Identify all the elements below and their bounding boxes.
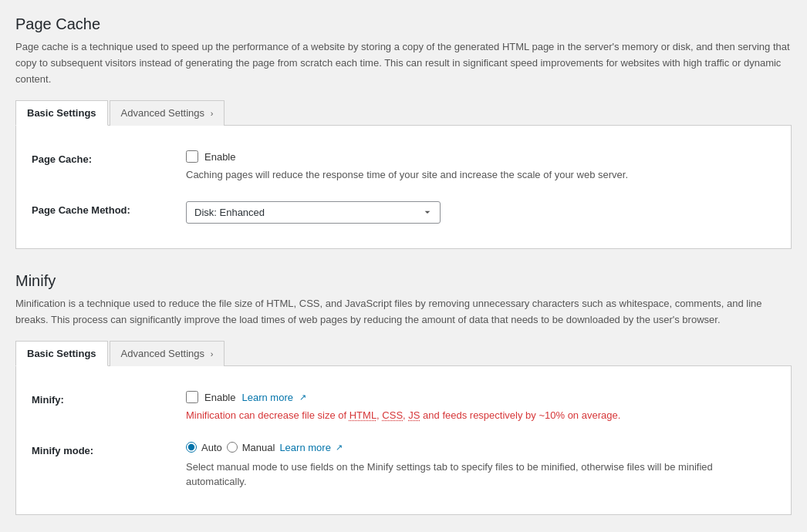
- tab-page-cache-advanced[interactable]: Advanced Settings ›: [110, 100, 225, 126]
- minify-mode-radio-row: Auto Manual Learn more ↗: [186, 442, 775, 453]
- minify-tabs: Basic Settings Advanced Settings ›: [15, 340, 792, 366]
- page-cache-enable-label[interactable]: Enable: [204, 151, 235, 163]
- page-cache-help-text: Caching pages will reduce the response t…: [186, 167, 775, 183]
- page-cache-panel: Page Cache: Enable Caching pages will re…: [15, 126, 792, 249]
- js-link[interactable]: JS: [408, 409, 420, 421]
- minify-description: Minification is a technique used to redu…: [15, 296, 792, 328]
- minify-mode-row: Minify mode: Auto Manual Learn more ↗ Se…: [32, 433, 775, 499]
- minify-help-text: Minification can decrease file size of H…: [186, 408, 775, 423]
- page-cache-title: Page Cache: [15, 15, 792, 33]
- minify-enable-label[interactable]: Enable: [204, 392, 235, 403]
- page-cache-field-content: Enable Caching pages will reduce the res…: [186, 150, 775, 183]
- css-link[interactable]: CSS: [382, 409, 403, 421]
- minify-external-link-icon: ↗: [299, 392, 306, 402]
- minify-enable-checkbox[interactable]: [186, 391, 198, 403]
- page-cache-method-select[interactable]: Disk: Enhanced Disk: Basic APC eAccelera…: [186, 201, 441, 224]
- page-cache-label: Page Cache:: [32, 150, 186, 165]
- page-cache-enable-checkbox[interactable]: [186, 150, 198, 163]
- minify-enable-row: Minify: Enable Learn more ↗ Minification…: [32, 382, 775, 433]
- minify-mode-help-text: Select manual mode to use fields on the …: [186, 460, 775, 490]
- page-cache-method-field-content: Disk: Enhanced Disk: Basic APC eAccelera…: [186, 201, 775, 224]
- page-cache-description: Page cache is a technique used to speed …: [15, 39, 792, 87]
- tab-minify-basic[interactable]: Basic Settings: [15, 341, 108, 366]
- minify-checkbox-row: Enable Learn more ↗: [186, 391, 775, 403]
- page-cache-tabs: Basic Settings Advanced Settings ›: [15, 99, 792, 126]
- minify-section: Minify Minification is a technique used …: [15, 272, 792, 515]
- minify-mode-manual-radio[interactable]: [227, 442, 238, 453]
- minify-mode-learn-more-link[interactable]: Learn more: [279, 442, 330, 453]
- minify-mode-auto-label[interactable]: Auto: [201, 442, 222, 453]
- minify-mode-auto-radio[interactable]: [186, 442, 197, 453]
- minify-advanced-tab-chevron-icon: ›: [211, 349, 214, 359]
- page-cache-enable-row: Page Cache: Enable Caching pages will re…: [32, 141, 775, 192]
- page-cache-checkbox-row: Enable: [186, 150, 775, 163]
- minify-mode-field-content: Auto Manual Learn more ↗ Select manual m…: [186, 442, 775, 490]
- minify-field-content: Enable Learn more ↗ Minification can dec…: [186, 391, 775, 423]
- minify-panel: Minify: Enable Learn more ↗ Minification…: [15, 366, 792, 515]
- html-link[interactable]: HTML: [349, 409, 376, 421]
- minify-learn-more-link[interactable]: Learn more: [241, 392, 292, 403]
- advanced-tab-chevron-icon: ›: [211, 109, 214, 118]
- page-cache-method-row: Page Cache Method: Disk: Enhanced Disk: …: [32, 192, 775, 233]
- tab-minify-advanced[interactable]: Advanced Settings ›: [110, 341, 225, 366]
- minify-title: Minify: [15, 272, 792, 290]
- minify-mode-label: Minify mode:: [32, 442, 186, 456]
- tab-page-cache-basic[interactable]: Basic Settings: [15, 100, 108, 126]
- minify-mode-external-link-icon: ↗: [336, 443, 343, 453]
- page-cache-method-label: Page Cache Method:: [32, 201, 186, 216]
- page-cache-section: Page Cache Page cache is a technique use…: [15, 15, 792, 249]
- minify-label: Minify:: [32, 391, 186, 406]
- minify-mode-manual-label[interactable]: Manual: [242, 442, 275, 453]
